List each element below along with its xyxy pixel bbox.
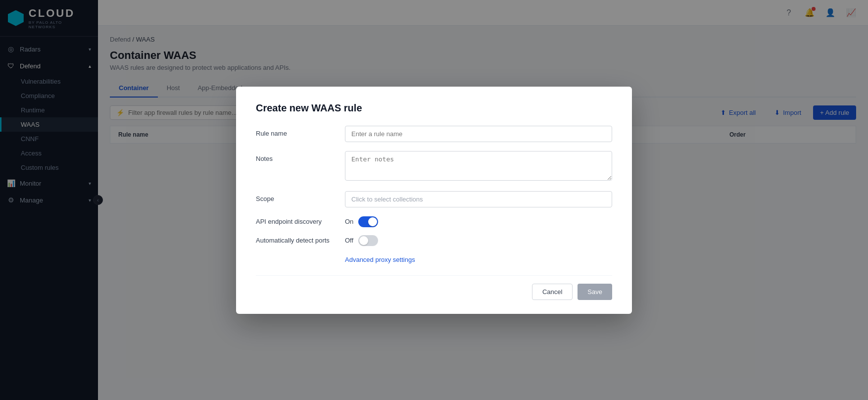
- scope-control: Click to select collections: [345, 191, 612, 207]
- modal-footer: Cancel Save: [256, 275, 612, 300]
- auto-detect-toggle[interactable]: [358, 235, 378, 246]
- scope-selector[interactable]: Click to select collections: [345, 191, 612, 207]
- form-row-rule-name: Rule name: [256, 126, 612, 142]
- auto-detect-ports-row: Automatically detect ports Off: [256, 235, 612, 246]
- toggle-track: [358, 235, 378, 246]
- api-endpoint-label: API endpoint discovery: [256, 218, 345, 225]
- advanced-proxy-link[interactable]: Advanced proxy settings: [345, 256, 415, 263]
- notes-label: Notes: [256, 151, 345, 162]
- create-rule-modal: Create new WAAS rule Rule name Notes Sco…: [236, 87, 632, 314]
- save-button[interactable]: Save: [578, 284, 612, 300]
- api-endpoint-state: On: [345, 218, 353, 225]
- toggle-track: [358, 216, 378, 227]
- notes-control: [345, 151, 612, 182]
- form-row-notes: Notes: [256, 151, 612, 182]
- auto-detect-label: Automatically detect ports: [256, 237, 345, 244]
- modal-overlay: Create new WAAS rule Rule name Notes Sco…: [0, 0, 868, 400]
- api-endpoint-row: API endpoint discovery On: [256, 216, 612, 227]
- toggle-thumb: [359, 236, 368, 245]
- modal-title: Create new WAAS rule: [256, 102, 612, 114]
- api-endpoint-toggle-wrap: On: [345, 216, 378, 227]
- cancel-button[interactable]: Cancel: [532, 284, 573, 300]
- scope-label: Scope: [256, 191, 345, 202]
- notes-textarea[interactable]: [345, 151, 612, 181]
- api-endpoint-toggle[interactable]: [358, 216, 378, 227]
- rule-name-input[interactable]: [345, 126, 612, 142]
- auto-detect-toggle-wrap: Off: [345, 235, 378, 246]
- rule-name-label: Rule name: [256, 126, 345, 137]
- auto-detect-state: Off: [345, 237, 353, 244]
- rule-name-control: [345, 126, 612, 142]
- toggle-thumb: [368, 217, 377, 226]
- form-row-scope: Scope Click to select collections: [256, 191, 612, 207]
